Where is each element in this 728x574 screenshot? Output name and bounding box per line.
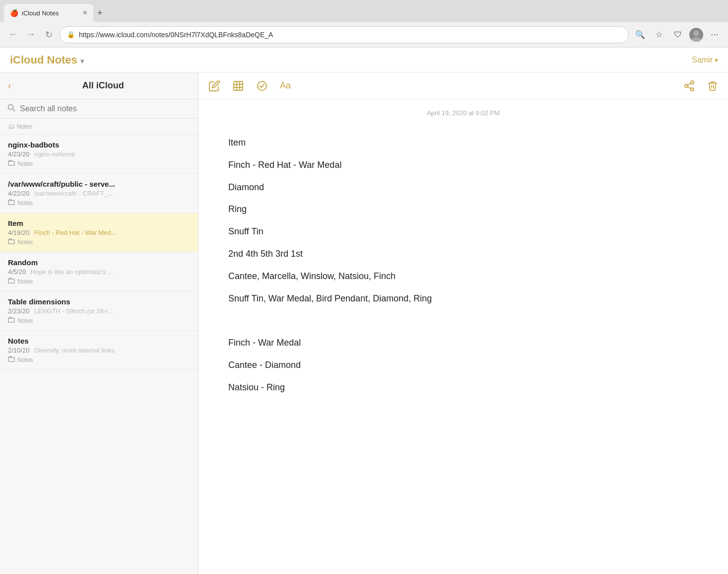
note-content: April 19, 2020 at 9:02 PM Item Finch - R… bbox=[199, 99, 728, 574]
note-preview: Finch - Red Hat - War Med... bbox=[34, 229, 117, 236]
note-toolbar: Aa bbox=[199, 72, 728, 99]
note-date: April 19, 2020 at 9:02 PM bbox=[228, 99, 698, 132]
note-folder: Notes bbox=[8, 278, 190, 285]
svg-line-3 bbox=[13, 109, 15, 112]
user-dropdown-arrow[interactable]: ▾ bbox=[715, 56, 718, 64]
note-line[interactable]: Cantee - Diamond bbox=[228, 354, 698, 376]
app-dropdown-arrow[interactable]: ▾ bbox=[80, 57, 84, 65]
note-date: 4/19/20 bbox=[8, 219, 29, 251]
main-layout: ‹ All iCloud 🗂 Notes nginx-badbots bbox=[0, 72, 728, 574]
list-item-active[interactable]: Item 4/19/20 Finch - Red Hat - War Med..… bbox=[0, 213, 198, 252]
note-meta: 4/19/20 Finch - Red Hat - War Med... bbox=[8, 229, 190, 236]
note-date: 2/23/20 bbox=[8, 297, 29, 330]
search-input[interactable] bbox=[20, 104, 191, 113]
user-name[interactable]: Samir bbox=[692, 56, 713, 65]
note-title: nginx-badbots bbox=[8, 141, 190, 149]
note-area: Aa bbox=[199, 72, 728, 574]
note-title: Item bbox=[8, 219, 190, 227]
search-nav-button[interactable]: 🔍 bbox=[633, 27, 648, 42]
folder-icon: 🗂 bbox=[8, 123, 14, 130]
folder-label: 🗂 Notes bbox=[8, 123, 190, 130]
folder-icon bbox=[8, 238, 15, 246]
app-title-suffix: Notes bbox=[47, 54, 77, 66]
checklist-button[interactable] bbox=[256, 80, 268, 92]
sidebar-back-button[interactable]: ‹ bbox=[8, 80, 11, 91]
note-line[interactable]: Snuff Tin bbox=[228, 220, 698, 243]
forward-button[interactable]: → bbox=[24, 28, 38, 42]
svg-point-0 bbox=[693, 30, 699, 36]
url-display: https://www.icloud.com/notes/0NSrH7l7XdQ… bbox=[79, 31, 621, 39]
note-folder: Notes bbox=[8, 160, 190, 167]
lock-icon: 🔒 bbox=[67, 31, 75, 38]
note-date: 2/10/20 bbox=[8, 337, 29, 369]
browser-tab-bar: 🍎 iCloud Notes × + bbox=[0, 0, 728, 22]
note-title: Table dimensions bbox=[8, 297, 190, 306]
note-line[interactable]: Finch - War Medal bbox=[228, 332, 698, 354]
menu-button[interactable]: ⋯ bbox=[707, 27, 722, 42]
list-item[interactable]: /var/www/craft/public - serve... 4/22/20… bbox=[0, 174, 198, 213]
note-folder: Notes bbox=[8, 238, 190, 246]
note-meta: 4/23/20 nginx-nohome bbox=[8, 150, 190, 158]
app-title: iCloud Notes ▾ bbox=[10, 54, 84, 67]
trash-button[interactable] bbox=[707, 80, 718, 91]
note-folder: Notes bbox=[8, 356, 190, 363]
list-item[interactable]: Table dimensions 2/23/20 LENGTH - 59inch… bbox=[0, 291, 198, 331]
note-line[interactable]: Natsiou - Ring bbox=[228, 376, 698, 399]
new-tab-button[interactable]: + bbox=[93, 6, 107, 20]
svg-rect-4 bbox=[234, 81, 243, 90]
note-preview: nginx-nohome bbox=[34, 150, 75, 158]
compose-button[interactable] bbox=[208, 80, 220, 92]
folder-name: Notes bbox=[17, 123, 32, 130]
search-icon bbox=[7, 103, 16, 114]
folder-name: Notes bbox=[17, 239, 33, 246]
note-line[interactable]: Ring bbox=[228, 198, 698, 220]
note-line[interactable]: 2nd 4th 5th 3rd 1st bbox=[228, 243, 698, 265]
note-line[interactable]: Finch - Red Hat - War Medal bbox=[228, 154, 698, 176]
svg-point-1 bbox=[691, 37, 702, 42]
tab-close-button[interactable]: × bbox=[83, 8, 87, 17]
svg-line-14 bbox=[688, 83, 691, 85]
note-line[interactable]: Diamond bbox=[228, 176, 698, 199]
folder-name: Notes bbox=[17, 317, 33, 324]
format-label: Aa bbox=[280, 80, 291, 91]
note-meta: 2/23/20 LENGTH - 59inch (or 58-i... bbox=[8, 307, 190, 315]
shield-button[interactable]: 🛡 bbox=[670, 27, 685, 42]
note-preview: Hope is like an optimistic's ... bbox=[31, 268, 114, 276]
app-header: iCloud Notes ▾ Samir ▾ bbox=[0, 48, 728, 72]
svg-point-10 bbox=[691, 81, 694, 84]
browser-nav: ← → ↻ 🔒 https://www.icloud.com/notes/0NS… bbox=[0, 22, 728, 48]
note-line[interactable]: Item bbox=[228, 132, 698, 154]
svg-point-9 bbox=[258, 81, 266, 90]
note-preview: LENGTH - 59inch (or 58-i... bbox=[34, 307, 113, 315]
folder-name: Notes bbox=[17, 278, 33, 285]
bookmark-button[interactable]: ☆ bbox=[652, 27, 666, 42]
tab-favicon: 🍎 bbox=[10, 9, 18, 17]
list-item[interactable]: Notes 2/10/20 Diversify, more internal l… bbox=[0, 331, 198, 370]
format-button[interactable]: Aa bbox=[280, 80, 291, 91]
folder-icon bbox=[8, 317, 15, 324]
search-bar bbox=[0, 99, 198, 119]
note-meta: 4/22/20 /var/www/craft/ - CRAFT_... bbox=[8, 190, 190, 197]
note-line bbox=[228, 309, 698, 332]
refresh-button[interactable]: ↻ bbox=[42, 28, 56, 42]
svg-point-12 bbox=[691, 88, 694, 91]
note-line[interactable]: Snuff Tin, War Medal, Bird Pendant, Diam… bbox=[228, 287, 698, 310]
back-button[interactable]: ← bbox=[6, 28, 20, 42]
note-folder: Notes bbox=[8, 317, 190, 324]
browser-tab[interactable]: 🍎 iCloud Notes × bbox=[4, 4, 93, 22]
folder-icon bbox=[8, 199, 15, 207]
note-title: /var/www/craft/public - serve... bbox=[8, 180, 190, 188]
avatar[interactable] bbox=[689, 28, 703, 42]
address-bar[interactable]: 🔒 https://www.icloud.com/notes/0NSrH7l7X… bbox=[60, 26, 629, 43]
list-item[interactable]: nginx-badbots 4/23/20 nginx-nohome Notes bbox=[0, 135, 198, 174]
list-item[interactable]: 🗂 Notes bbox=[0, 119, 198, 135]
list-item[interactable]: Random 4/5/20 Hope is like an optimistic… bbox=[0, 252, 198, 291]
note-meta: 2/10/20 Diversify, more internal links bbox=[8, 347, 190, 354]
share-button[interactable] bbox=[683, 80, 695, 92]
note-folder: Notes bbox=[8, 199, 190, 207]
folder-name: Notes bbox=[17, 160, 33, 167]
table-button[interactable] bbox=[232, 80, 244, 92]
note-line[interactable]: Cantee, Marcella, Winslow, Natsiou, Finc… bbox=[228, 265, 698, 287]
app-title-prefix: iCloud bbox=[10, 54, 44, 66]
svg-point-11 bbox=[685, 84, 688, 87]
